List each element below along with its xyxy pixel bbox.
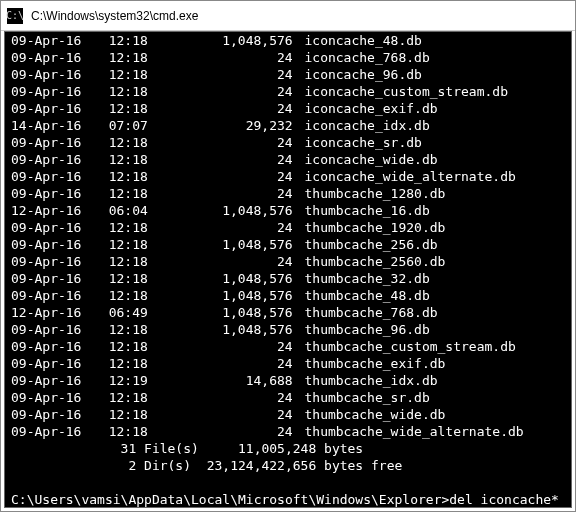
file-date: 09-Apr-16 <box>11 321 93 338</box>
file-size: 24 <box>159 134 293 151</box>
file-time: 12:18 <box>109 151 159 168</box>
file-date: 09-Apr-16 <box>11 100 93 117</box>
file-name: iconcache_sr.db <box>304 135 421 150</box>
file-name: thumbcache_idx.db <box>304 373 437 388</box>
dir-entry: 09-Apr-16 12:181,048,576 iconcache_48.db <box>11 32 565 49</box>
file-size: 24 <box>159 423 293 440</box>
file-name: thumbcache_256.db <box>304 237 437 252</box>
file-name: thumbcache_wide_alternate.db <box>304 424 523 439</box>
file-name: thumbcache_wide.db <box>304 407 445 422</box>
file-name: thumbcache_2560.db <box>304 254 445 269</box>
file-name: iconcache_wide.db <box>304 152 437 167</box>
dir-entry: 09-Apr-16 12:181,048,576 thumbcache_32.d… <box>11 270 565 287</box>
file-time: 12:18 <box>109 32 159 49</box>
file-time: 12:18 <box>109 270 159 287</box>
dir-entry: 09-Apr-16 12:1824 thumbcache_wide.db <box>11 406 565 423</box>
dir-entry: 14-Apr-16 07:0729,232 iconcache_idx.db <box>11 117 565 134</box>
file-date: 09-Apr-16 <box>11 389 93 406</box>
file-time: 12:19 <box>109 372 159 389</box>
dir-entry: 09-Apr-16 12:181,048,576 thumbcache_256.… <box>11 236 565 253</box>
terminal-output[interactable]: 09-Apr-16 12:181,048,576 iconcache_48.db… <box>4 31 572 508</box>
file-name: thumbcache_1280.db <box>304 186 445 201</box>
file-name: thumbcache_96.db <box>304 322 429 337</box>
file-name: iconcache_idx.db <box>304 118 429 133</box>
file-time: 12:18 <box>109 100 159 117</box>
dir-entry: 09-Apr-16 12:1824 iconcache_exif.db <box>11 100 565 117</box>
file-time: 12:18 <box>109 389 159 406</box>
titlebar[interactable]: C:\ C:\Windows\system32\cmd.exe <box>1 1 575 31</box>
dir-entry: 09-Apr-16 12:1914,688 thumbcache_idx.db <box>11 372 565 389</box>
file-date: 09-Apr-16 <box>11 66 93 83</box>
file-size: 24 <box>159 49 293 66</box>
file-time: 12:18 <box>109 134 159 151</box>
file-date: 09-Apr-16 <box>11 219 93 236</box>
file-name: thumbcache_768.db <box>304 305 437 320</box>
file-size: 1,048,576 <box>159 32 293 49</box>
file-time: 12:18 <box>109 321 159 338</box>
dir-entry: 09-Apr-16 12:1824 iconcache_wide.db <box>11 151 565 168</box>
file-name: iconcache_wide_alternate.db <box>304 169 515 184</box>
file-name: thumbcache_32.db <box>304 271 429 286</box>
file-size: 24 <box>159 338 293 355</box>
file-name: iconcache_exif.db <box>304 101 437 116</box>
file-date: 09-Apr-16 <box>11 253 93 270</box>
file-name: thumbcache_48.db <box>304 288 429 303</box>
prompt-line-1: C:\Users\vamsi\AppData\Local\Microsoft\W… <box>11 491 565 508</box>
file-date: 09-Apr-16 <box>11 406 93 423</box>
file-name: iconcache_custom_stream.db <box>304 84 508 99</box>
prompt-command: del iconcache* <box>449 492 559 507</box>
dir-entry: 09-Apr-16 12:1824 thumbcache_custom_stre… <box>11 338 565 355</box>
file-name: thumbcache_exif.db <box>304 356 445 371</box>
summary-dirs: 2 Dir(s) 23,124,422,656 bytes free <box>11 457 565 474</box>
file-date: 09-Apr-16 <box>11 287 93 304</box>
file-time: 12:18 <box>109 236 159 253</box>
file-time: 12:18 <box>109 406 159 423</box>
cmd-window: C:\ C:\Windows\system32\cmd.exe 09-Apr-1… <box>0 0 576 512</box>
dir-entry: 09-Apr-16 12:1824 iconcache_768.db <box>11 49 565 66</box>
file-size: 24 <box>159 151 293 168</box>
file-size: 29,232 <box>159 117 293 134</box>
file-date: 09-Apr-16 <box>11 168 93 185</box>
file-size: 24 <box>159 66 293 83</box>
dir-entry: 09-Apr-16 12:1824 iconcache_wide_alterna… <box>11 168 565 185</box>
file-name: iconcache_96.db <box>304 67 421 82</box>
file-time: 12:18 <box>109 287 159 304</box>
file-size: 24 <box>159 253 293 270</box>
file-time: 12:18 <box>109 185 159 202</box>
file-date: 09-Apr-16 <box>11 270 93 287</box>
file-name: thumbcache_sr.db <box>304 390 429 405</box>
dir-entry: 09-Apr-16 12:1824 thumbcache_sr.db <box>11 389 565 406</box>
file-date: 09-Apr-16 <box>11 83 93 100</box>
dir-entry: 12-Apr-16 06:041,048,576 thumbcache_16.d… <box>11 202 565 219</box>
file-size: 24 <box>159 389 293 406</box>
file-name: thumbcache_custom_stream.db <box>304 339 515 354</box>
file-size: 1,048,576 <box>159 287 293 304</box>
file-date: 09-Apr-16 <box>11 151 93 168</box>
file-size: 1,048,576 <box>159 270 293 287</box>
file-date: 09-Apr-16 <box>11 185 93 202</box>
file-date: 09-Apr-16 <box>11 372 93 389</box>
file-date: 09-Apr-16 <box>11 32 93 49</box>
file-size: 24 <box>159 83 293 100</box>
file-size: 24 <box>159 100 293 117</box>
file-date: 09-Apr-16 <box>11 236 93 253</box>
file-date: 09-Apr-16 <box>11 49 93 66</box>
file-size: 1,048,576 <box>159 321 293 338</box>
cmd-icon-glyph: C:\ <box>6 11 24 21</box>
file-date: 12-Apr-16 <box>11 202 93 219</box>
file-name: iconcache_48.db <box>304 33 421 48</box>
file-date: 09-Apr-16 <box>11 423 93 440</box>
file-name: thumbcache_16.db <box>304 203 429 218</box>
file-date: 12-Apr-16 <box>11 304 93 321</box>
dir-entry: 09-Apr-16 12:1824 iconcache_96.db <box>11 66 565 83</box>
file-size: 1,048,576 <box>159 202 293 219</box>
cmd-icon: C:\ <box>7 8 23 24</box>
file-size: 24 <box>159 168 293 185</box>
dir-entry: 09-Apr-16 12:1824 thumbcache_1280.db <box>11 185 565 202</box>
dir-entry: 09-Apr-16 12:1824 thumbcache_exif.db <box>11 355 565 372</box>
dir-entry: 09-Apr-16 12:1824 iconcache_custom_strea… <box>11 83 565 100</box>
file-time: 12:18 <box>109 83 159 100</box>
file-time: 06:49 <box>109 304 159 321</box>
dir-entry: 09-Apr-16 12:1824 thumbcache_1920.db <box>11 219 565 236</box>
file-name: iconcache_768.db <box>304 50 429 65</box>
